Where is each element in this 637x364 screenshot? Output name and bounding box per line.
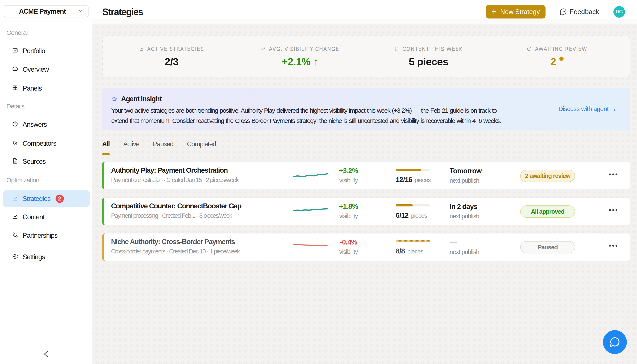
strategy-title: Niche Authority: Cross-Border Payments: [111, 238, 235, 246]
sidebar-item-content[interactable]: Content: [0, 211, 92, 223]
tab-paused[interactable]: Paused: [153, 140, 173, 155]
pieces-unit: pieces: [407, 248, 423, 255]
sidebar-item-label: Overview: [23, 66, 49, 73]
progress-fill: [396, 204, 413, 206]
users-icon: [12, 140, 18, 147]
strategies-count-badge: 2: [56, 194, 64, 203]
star-icon: [111, 96, 117, 102]
feedback-button[interactable]: Feedback: [559, 8, 599, 16]
visibility-label: visibility: [333, 212, 364, 220]
insight-body: Your two active strategies are both tren…: [111, 106, 506, 126]
file-icon: [394, 46, 399, 52]
pieces-count: 6/12: [396, 211, 408, 220]
row-menu-button[interactable]: [606, 172, 620, 177]
sidebar-item-panels[interactable]: Panels: [0, 82, 92, 94]
strategy-row-authority-play[interactable]: Authority Play: Payment Orchestration Pa…: [102, 162, 630, 190]
sparkline-down: [293, 242, 328, 252]
chat-fab-button[interactable]: [603, 330, 627, 354]
sidebar-item-label: Strategies: [23, 195, 51, 202]
stat-value: 2: [550, 56, 564, 68]
sidebar-item-portfolio[interactable]: Portfolio: [0, 45, 92, 57]
visibility-label: visibility: [333, 177, 364, 184]
pieces-unit: pieces: [415, 177, 431, 184]
pieces-count: 8/8: [396, 247, 405, 255]
gear-icon: [12, 254, 18, 260]
portfolio-chart-icon: [12, 48, 18, 54]
status-badge: Paused: [520, 241, 575, 254]
tabs: All Active Paused Completed: [102, 140, 630, 155]
sidebar-item-settings[interactable]: Settings: [0, 251, 92, 263]
workspace-selector[interactable]: ACME Payment: [4, 5, 89, 18]
header-strip: [92, 19, 637, 24]
strategy-row-niche-authority[interactable]: Niche Authority: Cross-Border Payments C…: [102, 233, 630, 261]
sidebar-item-partnerships[interactable]: Partnerships: [0, 230, 92, 241]
tag-icon: [12, 232, 18, 239]
trending-up-icon: [261, 46, 266, 52]
next-publish-value: Tomorrow: [450, 167, 481, 175]
tab-all[interactable]: All: [102, 140, 110, 155]
grid-icon: [12, 85, 18, 92]
sidebar-collapse-button[interactable]: [41, 349, 52, 360]
chart-line-icon: [12, 195, 18, 202]
stat-label: CONTENT THIS WEEK: [402, 46, 462, 52]
discuss-with-agent-link[interactable]: Discuss with agent →: [558, 105, 616, 112]
sidebar-item-overview[interactable]: Overview: [0, 63, 92, 75]
status-badge: 2 awaiting review: [520, 170, 575, 182]
row-menu-button[interactable]: [606, 207, 620, 213]
chevron-left-icon: [41, 349, 51, 359]
app: ACME Payment General Portfolio Overview …: [0, 0, 637, 364]
next-publish: Tomorrow next publish: [450, 167, 481, 184]
visibility-change: -0.4%: [333, 238, 364, 246]
pieces-count: 12/16: [396, 176, 412, 184]
topbar: Strategies + New Strategy Feedback DC: [92, 0, 637, 19]
visibility-change: +3.2%: [333, 167, 364, 175]
section-label-general: General: [7, 29, 92, 36]
agent-insight-panel: Agent Insight Your two active strategies…: [102, 88, 630, 130]
tab-active[interactable]: Active: [123, 140, 139, 155]
chevron-down-icon: [78, 8, 83, 14]
help-circle-icon: [12, 121, 18, 128]
stat-value: 2/3: [165, 56, 178, 68]
sparkline-up: [293, 170, 328, 181]
sidebar-item-sources[interactable]: Sources: [0, 156, 92, 167]
pieces-progress: 8/8 pieces: [396, 240, 430, 255]
sidebar: ACME Payment General Portfolio Overview …: [0, 0, 92, 364]
status-badge: All approved: [520, 206, 575, 218]
progress-track: [396, 168, 430, 171]
next-publish-label: next publish: [450, 248, 479, 256]
sidebar-item-competitors[interactable]: Competitors: [0, 137, 92, 149]
next-publish-value: —: [450, 238, 479, 246]
chart-line-icon: [139, 46, 144, 52]
new-strategy-label: New Strategy: [500, 8, 540, 16]
plus-icon: +: [491, 7, 496, 16]
sidebar-divider: [0, 246, 92, 246]
stat-label: ACTIVE STRATEGIES: [147, 46, 204, 52]
stat-content-this-week: CONTENT THIS WEEK 5 pieces: [364, 46, 493, 77]
chart-line-icon: [12, 214, 18, 220]
alert-dot: [559, 56, 564, 61]
sidebar-item-label: Settings: [23, 253, 45, 261]
avatar[interactable]: DC: [613, 6, 625, 18]
next-publish-label: next publish: [450, 177, 481, 184]
visibility-label: visibility: [333, 248, 364, 255]
sidebar-item-answers[interactable]: Answers: [0, 118, 92, 130]
sidebar-item-strategies[interactable]: Strategies 2: [3, 190, 90, 207]
pieces-progress: 6/12 pieces: [396, 204, 430, 220]
gauge-icon: [12, 66, 18, 73]
clock-icon: [527, 46, 532, 52]
strategy-row-competitive-counter[interactable]: Competitive Counter: ConnectBooster Gap …: [102, 198, 630, 225]
visibility-change: +1.8%: [333, 202, 364, 210]
row-menu-button[interactable]: [606, 243, 620, 248]
tab-completed[interactable]: Completed: [187, 140, 216, 155]
strategy-list: Authority Play: Payment Orchestration Pa…: [102, 162, 630, 261]
stat-label: AVG. VISIBILITY CHANGE: [269, 46, 339, 52]
section-label-details: Details: [7, 103, 92, 110]
sidebar-item-label: Sources: [23, 158, 46, 166]
sidebar-item-label: Competitors: [23, 140, 56, 147]
sidebar-item-label: Panels: [23, 84, 42, 92]
strategy-title: Competitive Counter: ConnectBooster Gap: [111, 202, 241, 210]
progress-fill: [396, 168, 421, 171]
active-tab-underline: [102, 153, 110, 155]
main-area: Strategies + New Strategy Feedback DC: [92, 0, 637, 364]
new-strategy-button[interactable]: + New Strategy: [486, 5, 545, 18]
